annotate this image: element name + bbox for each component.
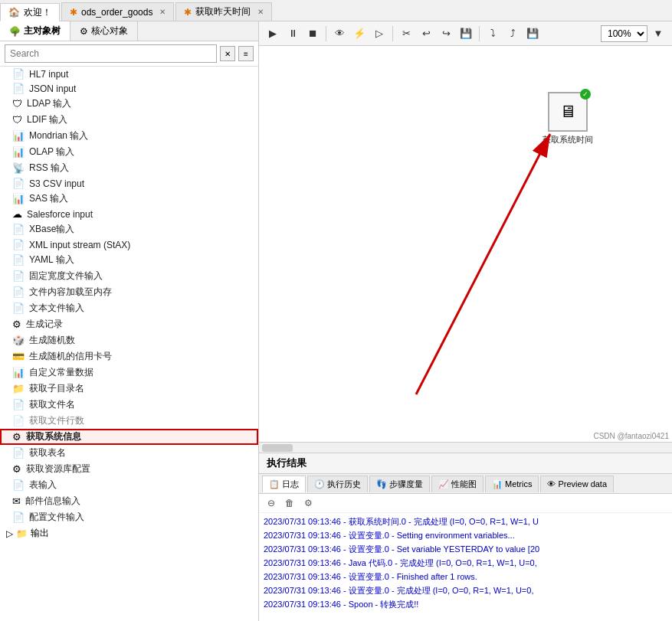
hl7-label: HL7 input (29, 69, 68, 80)
tab-yesterday[interactable]: ✱ 获取昨天时间 ✕ (175, 2, 272, 21)
metrics-icon: 📊 (492, 479, 503, 489)
history-icon: 🕐 (314, 479, 325, 489)
perf-icon: 📈 (438, 479, 449, 489)
tree-item-ldap[interactable]: 🛡 LDAP 输入 (0, 96, 258, 112)
save-button[interactable]: 💾 (457, 25, 475, 43)
tree-item-sysinfo[interactable]: ⚙ 获取系统信息 (0, 429, 258, 445)
gen-random-icon: 🎲 (12, 335, 25, 346)
toolbar-sep-3 (479, 26, 480, 41)
search-input[interactable] (5, 44, 217, 63)
tree-item-sas[interactable]: 📊 SAS 输入 (0, 191, 258, 207)
pause-button[interactable]: ⏸ (284, 25, 302, 43)
cut-button[interactable]: ✂ (397, 25, 415, 43)
tree-item-yaml[interactable]: 📄 YAML 输入 (0, 252, 258, 268)
tree-item-hl7[interactable]: 📄 HL7 input (0, 67, 258, 81)
tree-item-ldif[interactable]: 🛡 LDIF 输入 (0, 112, 258, 128)
red-arrow-svg (259, 46, 672, 442)
canvas-area[interactable]: 🖥 ✓ 获取系统时间 CSDN @fantaozi0421 (259, 46, 672, 442)
log-settings-button[interactable]: ⚙ (300, 495, 316, 511)
panel-tab-core[interactable]: ⚙ 核心对象 (70, 21, 138, 41)
tree-item-json[interactable]: 📄 JSON input (0, 81, 258, 96)
paste-button[interactable]: ⤴ (503, 25, 522, 43)
tree-item-table-input[interactable]: 📄 表输入 (0, 477, 258, 493)
zoom-down-button[interactable]: ▼ (649, 25, 667, 43)
tree-item-config-file[interactable]: 📄 配置文件输入 (0, 509, 258, 525)
rss-label: RSS 输入 (29, 162, 69, 175)
filerows-label: 获取文件行数 (29, 414, 84, 427)
h-scroll-thumb[interactable] (262, 444, 293, 452)
tree-item-fixed-width[interactable]: 📄 固定宽度文件输入 (0, 268, 258, 284)
tree-item-gen-random[interactable]: 🎲 生成随机数 (0, 332, 258, 348)
tree-item-const-data[interactable]: 📊 自定义常量数据 (0, 364, 258, 381)
tree-item-file-content[interactable]: 📄 文件内容加载至内存 (0, 284, 258, 300)
tree-item-salesforce[interactable]: ☁ Salesforce input (0, 207, 258, 221)
panel-tab-main[interactable]: 🌳 主对象树 (0, 21, 70, 41)
zoom-select[interactable]: 100% 75% 50% 125% 150% (601, 25, 647, 42)
export-button[interactable]: 💾 (523, 25, 542, 43)
stop-button[interactable]: ⏹ (303, 25, 322, 43)
table-input-label: 表输入 (29, 479, 57, 492)
tree-item-mondrian[interactable]: 📊 Mondrian 输入 (0, 128, 258, 144)
log-clear-button[interactable]: ⊖ (264, 495, 279, 511)
tree-item-tablenames[interactable]: 📄 获取表名 (0, 445, 258, 461)
result-tab-history[interactable]: 🕐 执行历史 (307, 476, 368, 492)
tree-item-repo-config[interactable]: ⚙ 获取资源库配置 (0, 461, 258, 477)
ldif-label: LDIF 输入 (27, 113, 67, 126)
result-tab-steps[interactable]: 👣 步骤度量 (369, 476, 430, 492)
json-label: JSON input (29, 83, 76, 94)
redo-button[interactable]: ↪ (437, 25, 455, 43)
tree-item-filerows[interactable]: 📄 获取文件行数 (0, 413, 258, 429)
result-tab-log[interactable]: 📋 日志 (262, 476, 306, 492)
gen-rows-label: 生成记录 (26, 318, 63, 331)
node-box: 🖥 ✓ (548, 92, 588, 132)
ldif-icon: 🛡 (12, 114, 22, 126)
tab-yesterday-label: 获取昨天时间 (195, 5, 251, 18)
replay-button[interactable]: ▷ (370, 25, 388, 43)
preview-button[interactable]: 👁 (330, 25, 349, 43)
log-delete-button[interactable]: 🗑 (282, 495, 297, 511)
tab-yesterday-close[interactable]: ✕ (257, 8, 264, 16)
undo-button[interactable]: ↩ (417, 25, 435, 43)
folder-icon: 📁 (16, 528, 28, 539)
log-area: 2023/07/31 09:13:46 - 获取系统时间.0 - 完成处理 (I… (259, 513, 672, 621)
yaml-label: YAML 输入 (29, 253, 74, 266)
main-tree-label: 主对象树 (24, 25, 61, 38)
folder-output[interactable]: ▷ 📁 输出 (0, 525, 258, 541)
run-button[interactable]: ▶ (264, 25, 282, 43)
log-line-4: 2023/07/31 09:13:46 - 设置变量.0 - Finished … (264, 570, 667, 583)
debug-button[interactable]: ⚡ (350, 25, 369, 43)
perf-label: 性能图 (451, 479, 477, 490)
xbase-icon: 📄 (12, 224, 25, 235)
h-scroll[interactable] (259, 442, 672, 453)
tree-item-filename[interactable]: 📄 获取文件名 (0, 397, 258, 413)
tree-item-rss[interactable]: 📡 RSS 输入 (0, 160, 258, 176)
tree-item-text-file[interactable]: 📄 文本文件输入 (0, 300, 258, 316)
tree-item-mail[interactable]: ✉ 邮件信息输入 (0, 493, 258, 509)
tree-options-button[interactable]: ≡ (238, 46, 254, 61)
result-tab-metrics[interactable]: 📊 Metrics (485, 476, 539, 492)
result-tab-perf[interactable]: 📈 性能图 (431, 476, 484, 492)
history-label: 执行历史 (327, 479, 361, 490)
result-tab-preview[interactable]: 👁 Preview data (540, 476, 614, 492)
tab-ods[interactable]: ✱ ods_order_goods ✕ (61, 2, 174, 21)
copy-button[interactable]: ⤵ (484, 25, 502, 43)
tree-item-xml[interactable]: 📄 XML input stream (StAX) (0, 237, 258, 252)
tree-item-s3csv[interactable]: 📄 S3 CSV input (0, 176, 258, 191)
tab-bar: 🏠 欢迎！ ✱ ods_order_goods ✕ ✱ 获取昨天时间 ✕ (0, 0, 672, 21)
tree-item-subdir[interactable]: 📁 获取子目录名 (0, 381, 258, 397)
tab-welcome-label: 欢迎！ (24, 6, 51, 19)
tree-item-gen-rows[interactable]: ⚙ 生成记录 (0, 316, 258, 332)
creditcard-label: 生成随机的信用卡号 (29, 350, 112, 363)
tab-ods-close[interactable]: ✕ (159, 8, 166, 16)
tree-item-olap[interactable]: 📊 OLAP 输入 (0, 144, 258, 160)
canvas-node-systime[interactable]: 🖥 ✓ 获取系统时间 (543, 92, 593, 145)
main-layout: 🌳 主对象树 ⚙ 核心对象 ✕ ≡ 📄 HL7 input 📄 JSON inp… (0, 21, 672, 621)
file-content-icon: 📄 (12, 286, 25, 298)
tab-welcome[interactable]: 🏠 欢迎！ (0, 3, 60, 21)
text-file-label: 文本文件输入 (29, 302, 84, 315)
tree-item-xbase[interactable]: 📄 XBase输入 (0, 221, 258, 237)
steps-icon: 👣 (376, 479, 387, 489)
tablenames-label: 获取表名 (29, 446, 66, 459)
tree-item-creditcard[interactable]: 💳 生成随机的信用卡号 (0, 348, 258, 364)
clear-search-button[interactable]: ✕ (220, 46, 235, 61)
